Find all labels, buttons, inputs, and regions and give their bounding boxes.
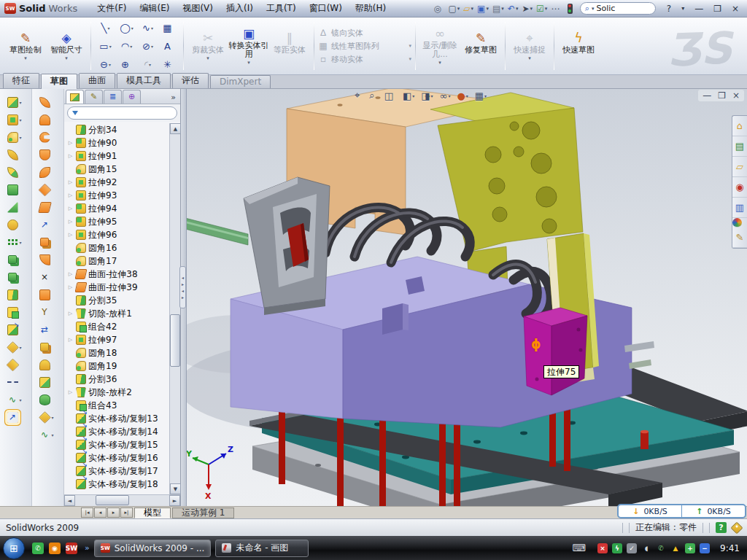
expand-arrow-icon[interactable]	[67, 179, 74, 185]
tree-item[interactable]: 拉伸97	[67, 333, 180, 346]
ribbon-tab[interactable]: 草图	[41, 74, 77, 89]
ribbon-tab[interactable]: 特征	[3, 73, 39, 88]
core-icon[interactable]	[32, 391, 63, 408]
sketch-button[interactable]: ✎ 草图绘制 ▾	[5, 30, 46, 63]
tree-item[interactable]: 拉伸94	[67, 202, 180, 215]
tree-item[interactable]: 曲面-拉伸39	[67, 281, 180, 294]
task-paint[interactable]: 未命名 - 画图	[215, 540, 309, 557]
menu-item[interactable]: 编辑(E)	[133, 0, 176, 17]
offset-surface-icon[interactable]	[32, 181, 63, 198]
tree-item[interactable]: 拉伸90	[67, 136, 180, 149]
tab-nav-button[interactable]: ▸|	[120, 508, 133, 518]
rebuild-traffic-light-icon[interactable]	[568, 4, 573, 14]
rectangle-tool[interactable]: ▭ ▾	[95, 37, 116, 55]
combine-icon[interactable]	[0, 303, 31, 321]
media-player-icon[interactable]: ◉	[49, 542, 61, 554]
tree-item[interactable]: 拉伸95	[67, 215, 180, 228]
spline-tool[interactable]: ∿ ▾	[137, 19, 158, 37]
quick-snaps-button[interactable]: ⌖ 快速捕捉 ▾	[509, 30, 550, 63]
trimmed-surface-icon[interactable]	[32, 128, 63, 146]
tree-item[interactable]: 圆角18	[67, 346, 180, 359]
file-explorer-icon[interactable]: ▱	[732, 157, 747, 177]
expand-arrow-icon[interactable]	[67, 389, 74, 395]
move-copy-body-icon[interactable]	[0, 321, 31, 338]
update-icon[interactable]: ✓	[627, 543, 637, 553]
expand-arrow-icon[interactable]	[67, 337, 74, 343]
mid-surface-icon[interactable]	[32, 163, 63, 181]
linear-sketch-pattern-button[interactable]: ▦ 线性草图阵列 ▾	[318, 41, 411, 52]
scrollbar-thumb[interactable]	[96, 495, 129, 505]
doc-restore-button[interactable]: ❒	[718, 90, 726, 101]
expand-arrow-icon[interactable]	[67, 271, 74, 277]
undo-icon[interactable]: ↶ ▾	[506, 3, 520, 15]
taskbar-clock[interactable]: 9:41	[720, 543, 740, 553]
point-tool[interactable]: ✳ ▾	[158, 55, 179, 74]
line-tool[interactable]: ╲ ▾	[95, 19, 116, 37]
tree-item[interactable]: 分割36	[67, 373, 180, 386]
spline-curve2-icon[interactable]: ∿	[32, 426, 63, 443]
composite-curve-icon[interactable]	[0, 373, 31, 391]
reference-point-icon[interactable]	[0, 356, 31, 373]
scroll-right-icon[interactable]: ►	[169, 495, 180, 506]
help-button[interactable]: ?	[663, 4, 675, 14]
curves-icon[interactable]	[0, 338, 31, 356]
shut-off-surfaces-icon[interactable]	[32, 338, 63, 356]
graphics-viewport[interactable]: Y Z X ⌖ ▾ ⌕ ▾ ◫ ▾	[187, 89, 747, 506]
extruded-cut-icon[interactable]	[0, 111, 31, 128]
linear-pattern-icon[interactable]	[0, 233, 31, 251]
boundary-boss-icon[interactable]	[0, 181, 31, 198]
swept-boss-icon[interactable]	[0, 146, 31, 163]
trim-entities-button[interactable]: ✂ 剪裁实体 ▾	[187, 30, 228, 63]
pin-icon[interactable]: ◎ ▾	[433, 3, 446, 15]
combine-bodies-icon[interactable]	[0, 251, 31, 268]
doc-close-button[interactable]: ×	[732, 90, 740, 101]
tabs-overflow-chevron[interactable]: »	[168, 93, 179, 104]
swept-surface-icon[interactable]	[32, 93, 63, 111]
network-warning-icon[interactable]: ▲	[670, 543, 681, 553]
expand-arrow-icon[interactable]	[67, 206, 74, 211]
new-document-icon[interactable]: ▢ ▾	[447, 3, 462, 15]
rapid-sketch-button[interactable]: ϟ 快速草图 ▾	[558, 30, 599, 63]
tree-item[interactable]: 曲面-拉伸38	[67, 268, 180, 281]
expand-arrow-icon[interactable]	[67, 140, 74, 146]
extend-surface-icon[interactable]: ↗	[32, 216, 63, 233]
move-entities-button[interactable]: ▫ 移动实体 ▾	[318, 54, 411, 65]
tree-item[interactable]: 拉伸93	[67, 189, 180, 202]
split-icon[interactable]	[0, 286, 31, 303]
restore-button[interactable]: ❒	[710, 4, 725, 14]
view-palette-icon[interactable]: ▥	[732, 198, 747, 218]
print-icon[interactable]: ▤ ▾	[491, 3, 506, 15]
quick-tips-icon[interactable]: ?	[716, 522, 727, 533]
help-dropdown-icon[interactable]: ▾	[678, 5, 688, 12]
intersect-icon[interactable]	[0, 268, 31, 286]
solidworks-launcher-icon[interactable]: SW	[66, 542, 77, 554]
language-bar-icon[interactable]: ⌨	[572, 542, 586, 553]
scrollbar-thumb[interactable]	[170, 314, 180, 367]
tree-item[interactable]: 拉伸91	[67, 149, 180, 163]
text-tool[interactable]: A ▾	[158, 37, 179, 55]
menu-item[interactable]: 文件(F)	[90, 0, 133, 17]
tab-propertymanager[interactable]: ✎	[85, 90, 103, 104]
tree-item[interactable]: 实体-移动/复制18	[67, 478, 180, 491]
delete-face-icon[interactable]: ×	[32, 268, 63, 286]
display-pane-grip[interactable]: ◂▸◂▸	[179, 266, 186, 308]
offset-entities-button[interactable]: ∥ 等距实体 ▾	[269, 30, 310, 63]
display-delete-relations-button[interactable]: ∞ 显示/删除几... ▾	[419, 26, 460, 67]
tree-item[interactable]: 组合42	[67, 320, 180, 333]
planar-surface-icon[interactable]	[32, 198, 63, 216]
tooling-split-icon[interactable]	[32, 373, 63, 391]
smart-dimension-button[interactable]: ◈ 智能尺寸 ▾	[46, 30, 87, 63]
parting-lines-icon[interactable]: Y	[32, 303, 63, 321]
shell-icon[interactable]	[0, 216, 31, 233]
expand-arrow-icon[interactable]	[67, 311, 74, 316]
security-alert-icon[interactable]: ×	[597, 543, 608, 553]
scroll-left-icon[interactable]: ◄	[64, 495, 75, 506]
expand-arrow-icon[interactable]	[67, 192, 74, 198]
circle-tool[interactable]: ◯ ▾	[116, 19, 137, 37]
close-button[interactable]: ×	[728, 4, 743, 14]
polygon-tool[interactable]: ⊕ ▾	[116, 55, 137, 74]
minimize-button[interactable]: —	[691, 4, 707, 14]
filled-surface-icon[interactable]	[32, 146, 63, 163]
defender-icon[interactable]: +	[685, 543, 695, 553]
mirror-entities-button[interactable]: ∆ 镜向实体 ▾	[318, 28, 411, 39]
